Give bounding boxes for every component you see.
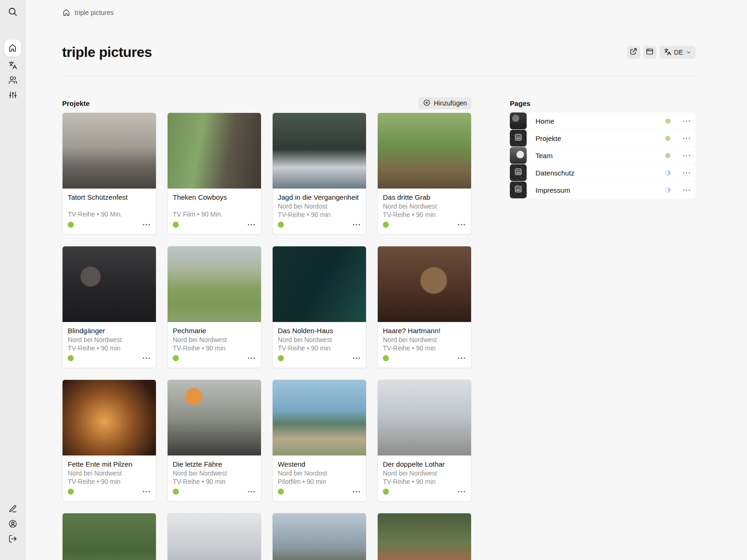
head-actions: DE: [627, 46, 696, 59]
page-row[interactable]: Datenschutz: [510, 164, 696, 181]
project-thumbnail: [273, 513, 366, 560]
project-meta: TV-Reihe • 90 Min.: [68, 210, 151, 219]
language-value: DE: [674, 49, 683, 56]
project-title: Tatort Schützenfest: [68, 193, 151, 202]
project-card[interactable]: Tatort Schützenfest TV-Reihe • 90 Min.: [62, 112, 156, 235]
rail-item-edit[interactable]: [4, 501, 21, 516]
project-card[interactable]: Fette Ente mit Pilzen Nord bei Nordwest …: [62, 379, 156, 502]
project-subtitle: [68, 203, 151, 210]
project-title: Westend: [278, 460, 361, 469]
breadcrumb[interactable]: triple pictures: [62, 0, 696, 18]
page-label: Home: [536, 117, 665, 125]
project-thumbnail: [168, 246, 261, 322]
project-thumbnail: [378, 246, 471, 322]
main-content: triple pictures triple pictures DE: [26, 0, 747, 560]
status-dot: [383, 355, 389, 361]
status-dot: [665, 188, 670, 193]
more-menu-button[interactable]: [458, 491, 465, 492]
home-icon: [62, 8, 70, 17]
plus-circle-icon: [423, 99, 430, 108]
pages-heading: Pages: [510, 99, 530, 107]
more-menu-button[interactable]: [353, 357, 360, 359]
project-title: Das dritte Grab: [383, 193, 466, 202]
page-menu-button[interactable]: [683, 172, 690, 174]
project-thumbnail: [63, 380, 156, 455]
more-menu-button[interactable]: [458, 357, 465, 359]
more-menu-button[interactable]: [353, 224, 360, 225]
status-dot: [665, 153, 670, 158]
page-row[interactable]: Team: [510, 147, 696, 164]
more-menu-button[interactable]: [353, 491, 360, 492]
rail-item-account[interactable]: [4, 516, 21, 531]
project-thumbnail: [168, 380, 261, 455]
more-menu-button[interactable]: [143, 491, 150, 492]
page-menu-button[interactable]: [683, 138, 690, 139]
status-dot: [665, 119, 670, 124]
more-menu-button[interactable]: [143, 357, 150, 359]
more-menu-button[interactable]: [248, 491, 255, 492]
project-subtitle: Nord bei Nordwest: [383, 203, 466, 211]
rail-item-home[interactable]: [4, 40, 21, 56]
document-icon: [514, 167, 523, 178]
project-thumbnail: [63, 113, 156, 189]
projects-grid: Tatort Schützenfest TV-Reihe • 90 Min. T…: [62, 112, 472, 560]
project-card[interactable]: [377, 513, 472, 560]
add-project-button[interactable]: Hinzufügen: [418, 97, 472, 109]
languages-icon: [8, 61, 17, 70]
status-dot: [665, 136, 670, 141]
status-dot: [665, 170, 670, 175]
project-card[interactable]: Das dritte Grab Nord bei Nordwest TV-Rei…: [377, 112, 472, 235]
project-title: Pechmarie: [173, 326, 256, 335]
project-title: Der doppelte Lothar: [383, 460, 466, 469]
project-card[interactable]: Theken Cowboys TV Film • 90 Min.: [167, 112, 261, 235]
project-card[interactable]: [167, 513, 261, 560]
language-selector[interactable]: DE: [660, 46, 696, 59]
more-menu-button[interactable]: [458, 224, 465, 225]
page-title: triple pictures: [62, 44, 152, 60]
page-menu-button[interactable]: [683, 189, 690, 191]
status-dot: [383, 222, 389, 228]
rail-item-languages[interactable]: [4, 57, 21, 72]
page-row[interactable]: Projekte: [510, 130, 696, 147]
rail-item-logout[interactable]: [4, 531, 21, 546]
project-card[interactable]: Die letzte Fähre Nord bei Nordwest TV-Re…: [167, 379, 261, 502]
project-card[interactable]: Der doppelte Lothar Nord bei Nordwest TV…: [377, 379, 472, 502]
status-dot: [68, 489, 74, 495]
project-meta: Pilotfilm • 90 min: [278, 478, 361, 486]
rail-item-users[interactable]: [4, 72, 21, 87]
search-button[interactable]: [4, 3, 21, 20]
project-card[interactable]: Westend Nord bei Nordost Pilotfilm • 90 …: [272, 379, 366, 502]
project-thumbnail: [63, 513, 156, 560]
project-card[interactable]: Blindgänger Nord bei Nordwest TV-Reihe •…: [62, 246, 156, 368]
project-meta: TV-Reihe • 90 min: [383, 344, 466, 353]
page-row[interactable]: Impressum: [510, 182, 696, 198]
project-card[interactable]: Jagd in die Vergangenheit Nord bei Nordo…: [272, 112, 366, 235]
page-row[interactable]: Home: [510, 112, 696, 129]
project-subtitle: Nord bei Nordwest: [383, 336, 466, 344]
project-card[interactable]: [272, 513, 366, 560]
project-meta: TV-Reihe • 90 min: [68, 478, 151, 486]
page-menu-button[interactable]: [683, 120, 690, 122]
more-menu-button[interactable]: [143, 224, 150, 225]
more-menu-button[interactable]: [248, 224, 255, 225]
project-card[interactable]: Haare? Hartmann! Nord bei Nordwest TV-Re…: [377, 246, 472, 368]
project-card[interactable]: [62, 513, 156, 560]
open-live-site-button[interactable]: [627, 46, 640, 59]
project-subtitle: Nord bei Nordwest: [68, 469, 151, 478]
rail-item-sliders[interactable]: [4, 87, 21, 102]
project-card[interactable]: Das Nolden-Haus Nord bei Nordwest TV-Rei…: [272, 246, 366, 368]
more-menu-button[interactable]: [248, 357, 255, 359]
preview-window-button[interactable]: [643, 46, 656, 59]
project-title: Jagd in die Vergangenheit: [278, 193, 361, 202]
project-subtitle: Nord bei Nordost: [278, 469, 361, 478]
page-thumbnail: [510, 182, 527, 198]
document-icon: [514, 133, 523, 144]
languages-icon: [664, 48, 671, 57]
project-meta: TV-Reihe • 90 min: [383, 211, 466, 219]
project-card[interactable]: Pechmarie Nord bei Nordwest TV-Reihe • 9…: [167, 246, 261, 368]
projects-section: Projekte Hinzufügen Tatort Schützenfest …: [62, 97, 472, 560]
page-menu-button[interactable]: [683, 155, 690, 156]
search-icon: [8, 7, 17, 16]
project-thumbnail: [168, 513, 261, 560]
page-label: Datenschutz: [536, 169, 665, 177]
